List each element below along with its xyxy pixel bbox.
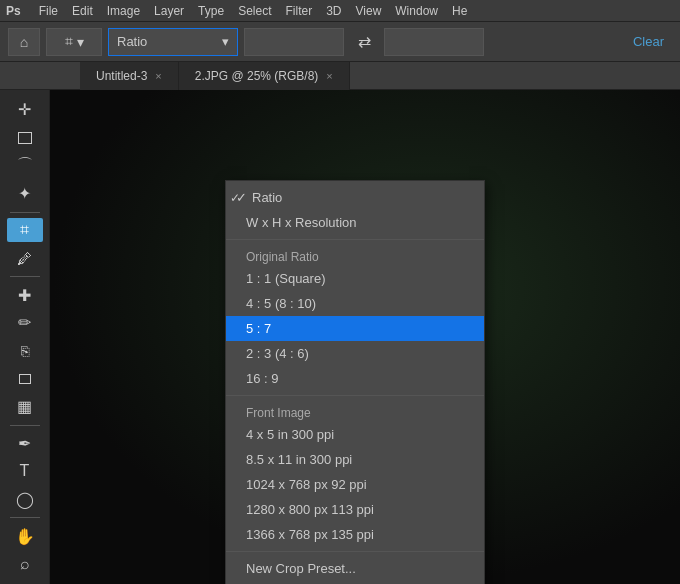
clear-button[interactable]: Clear — [625, 34, 672, 49]
dropdown-item-wxhxres[interactable]: W x H x Resolution — [226, 210, 484, 235]
dropdown-item-85x11[interactable]: 8.5 x 11 in 300 ppi — [226, 447, 484, 472]
crop-dropdown-arrow: ▾ — [77, 34, 84, 50]
ratio-option-label: Ratio — [252, 190, 282, 205]
move-icon: ✛ — [18, 100, 31, 119]
tool-hand[interactable]: ✋ — [7, 524, 43, 548]
height-input[interactable] — [384, 28, 484, 56]
dropdown-item-1366[interactable]: 1366 x 768 px 135 ppi — [226, 522, 484, 547]
lasso-icon: ⌒ — [17, 155, 33, 176]
eyedropper-icon: 🖉 — [17, 250, 32, 267]
dropdown-section-original: Original Ratio — [226, 244, 484, 266]
tool-crop[interactable]: ⌗ — [7, 218, 43, 242]
tool-lasso[interactable]: ⌒ — [7, 154, 43, 178]
ratio-dropdown[interactable]: Ratio ▾ — [108, 28, 238, 56]
tool-heal[interactable]: ✚ — [7, 283, 43, 307]
dropdown-item-4x5in[interactable]: 4 x 5 in 300 ppi — [226, 422, 484, 447]
tool-text[interactable]: T — [7, 459, 43, 483]
dropdown-item-1x1[interactable]: 1 : 1 (Square) — [226, 266, 484, 291]
menu-window[interactable]: Window — [395, 4, 438, 18]
dropdown-item-1024[interactable]: 1024 x 768 px 92 ppi — [226, 472, 484, 497]
dropdown-arrow-icon: ▾ — [222, 34, 229, 49]
tool-eyedropper[interactable]: 🖉 — [7, 246, 43, 270]
dropdown-item-16x9[interactable]: 16 : 9 — [226, 366, 484, 391]
close-tab-untitled[interactable]: × — [155, 70, 161, 82]
dropdown-item-ratio[interactable]: ✓ Ratio — [226, 185, 484, 210]
ratio-check-icon: ✓ — [236, 190, 247, 205]
eraser-icon — [19, 374, 31, 384]
tool-zoom[interactable]: ⌕ — [7, 552, 43, 576]
pen-icon: ✒ — [18, 434, 31, 453]
menu-image[interactable]: Image — [107, 4, 140, 18]
text-icon: T — [20, 462, 30, 480]
16x9-label: 16 : 9 — [246, 371, 279, 386]
separator-2 — [226, 395, 484, 396]
left-toolbar: ✛ ⌒ ✦ ⌗ 🖉 ✚ ✏ ⎘ ▦ — [0, 90, 50, 584]
menu-help[interactable]: He — [452, 4, 467, 18]
stamp-icon: ⎘ — [21, 343, 29, 359]
tab-jpg-label: 2.JPG @ 25% (RGB/8) — [195, 69, 319, 83]
new-crop-label: New Crop Preset... — [246, 561, 356, 576]
heal-icon: ✚ — [18, 286, 31, 305]
swap-icon: ⇄ — [358, 32, 371, 51]
1x1-label: 1 : 1 (Square) — [246, 271, 326, 286]
menu-file[interactable]: File — [39, 4, 58, 18]
menu-select[interactable]: Select — [238, 4, 271, 18]
dropdown-section-front: Front Image — [226, 400, 484, 422]
home-button[interactable]: ⌂ — [8, 28, 40, 56]
menu-type[interactable]: Type — [198, 4, 224, 18]
hand-icon: ✋ — [15, 527, 35, 546]
crop-tool-button[interactable]: ⌗ ▾ — [46, 28, 102, 56]
close-tab-jpg[interactable]: × — [326, 70, 332, 82]
tab-untitled-label: Untitled-3 — [96, 69, 147, 83]
tool-shape[interactable]: ◯ — [7, 487, 43, 511]
1024-label: 1024 x 768 px 92 ppi — [246, 477, 367, 492]
zoom-icon: ⌕ — [20, 555, 30, 573]
2x3-label: 2 : 3 (4 : 6) — [246, 346, 309, 361]
menu-filter[interactable]: Filter — [285, 4, 312, 18]
toolbar-divider-2 — [10, 276, 40, 277]
toolbar-divider-3 — [10, 425, 40, 426]
tab-untitled[interactable]: Untitled-3 × — [80, 62, 179, 90]
ratio-dropdown-menu: ✓ Ratio W x H x Resolution Original Rati… — [225, 180, 485, 584]
tool-brush[interactable]: ✏ — [7, 311, 43, 335]
separator-3 — [226, 551, 484, 552]
4x5-label: 4 : 5 (8 : 10) — [246, 296, 316, 311]
dropdown-item-2x3[interactable]: 2 : 3 (4 : 6) — [226, 341, 484, 366]
dropdown-item-5x7[interactable]: 5 : 7 — [226, 316, 484, 341]
tool-move[interactable]: ✛ — [7, 98, 43, 122]
tool-stamp[interactable]: ⎘ — [7, 339, 43, 363]
ps-logo: Ps — [6, 4, 21, 18]
main-area: ✛ ⌒ ✦ ⌗ 🖉 ✚ ✏ ⎘ ▦ — [0, 90, 680, 584]
tab-bar: Untitled-3 × 2.JPG @ 25% (RGB/8) × — [0, 62, 680, 90]
width-input[interactable] — [244, 28, 344, 56]
select-rect-icon — [18, 132, 32, 144]
menu-bar: Ps File Edit Image Layer Type Select Fil… — [0, 0, 680, 22]
ratio-label: Ratio — [117, 34, 147, 49]
dropdown-item-new-crop[interactable]: New Crop Preset... — [226, 556, 484, 581]
dropdown-item-4x5[interactable]: 4 : 5 (8 : 10) — [226, 291, 484, 316]
menu-layer[interactable]: Layer — [154, 4, 184, 18]
swap-button[interactable]: ⇄ — [350, 28, 378, 56]
tool-quick-select[interactable]: ✦ — [7, 182, 43, 206]
tool-eraser[interactable] — [7, 367, 43, 391]
toolbar-divider-1 — [10, 212, 40, 213]
home-icon: ⌂ — [20, 34, 28, 50]
canvas-area: ✓ Ratio W x H x Resolution Original Rati… — [50, 90, 680, 584]
crop-icon: ⌗ — [65, 33, 73, 50]
menu-view[interactable]: View — [356, 4, 382, 18]
gradient-icon: ▦ — [17, 397, 32, 416]
tool-pen[interactable]: ✒ — [7, 432, 43, 456]
brush-icon: ✏ — [18, 313, 31, 332]
dropdown-item-1280[interactable]: 1280 x 800 px 113 ppi — [226, 497, 484, 522]
4x5in-label: 4 x 5 in 300 ppi — [246, 427, 334, 442]
crop-icon-toolbar: ⌗ — [20, 221, 29, 239]
shape-icon: ◯ — [16, 490, 34, 509]
menu-edit[interactable]: Edit — [72, 4, 93, 18]
tool-gradient[interactable]: ▦ — [7, 395, 43, 419]
tab-jpg[interactable]: 2.JPG @ 25% (RGB/8) × — [179, 62, 350, 90]
5x7-label: 5 : 7 — [246, 321, 271, 336]
menu-3d[interactable]: 3D — [326, 4, 341, 18]
options-bar: ⌂ ⌗ ▾ Ratio ▾ ⇄ Clear — [0, 22, 680, 62]
85x11-label: 8.5 x 11 in 300 ppi — [246, 452, 352, 467]
tool-select-rect[interactable] — [7, 126, 43, 150]
